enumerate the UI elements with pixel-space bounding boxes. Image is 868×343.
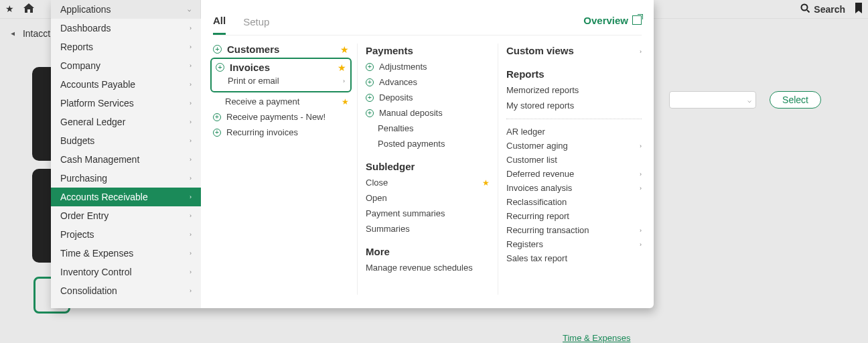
bookmark-icon[interactable] — [855, 3, 863, 15]
chevron-right-icon: › — [640, 241, 642, 248]
heading-reports: Reports — [506, 68, 642, 80]
heading-subledger: Subledger — [366, 161, 490, 172]
menu-reclassification[interactable]: Reclassification — [506, 195, 642, 209]
menu-deferred-revenue[interactable]: Deferred revenue› — [506, 167, 642, 181]
plus-circle-icon: + — [366, 63, 374, 71]
plus-circle-icon: + — [213, 113, 221, 121]
menu-penalties[interactable]: Penalties — [366, 121, 490, 136]
menu-recurring-transaction[interactable]: Recurring transaction› — [506, 223, 642, 237]
sidebar-item-purchasing[interactable]: Purchasing› — [51, 169, 201, 188]
plus-circle-icon: + — [213, 45, 222, 54]
star-icon: ★ — [340, 44, 349, 55]
menu-receive-a-payment[interactable]: Receive a payment ★ — [213, 94, 349, 109]
plus-circle-icon: + — [366, 78, 374, 86]
star-icon: ★ — [482, 178, 490, 188]
sidebar-item-order-entry[interactable]: Order Entry› — [51, 206, 201, 225]
sidebar-item-consolidation[interactable]: Consolidation› — [51, 281, 201, 300]
divider — [506, 119, 642, 119]
chevron-right-icon: › — [640, 185, 642, 192]
sidebar-item-general-ledger[interactable]: General Ledger› — [51, 113, 201, 131]
menu-advances[interactable]: +Advances — [366, 74, 490, 90]
chevron-right-icon: › — [640, 48, 642, 55]
sidebar-item-cash-management[interactable]: Cash Management› — [51, 150, 201, 169]
star-icon: ★ — [338, 62, 346, 73]
menu-registers[interactable]: Registers› — [506, 237, 642, 251]
chevron-right-icon: › — [640, 171, 642, 178]
menu-my-stored-reports[interactable]: My stored reports — [506, 98, 642, 113]
sidebar-item-accounts-receivable[interactable]: Accounts Receivable› — [51, 188, 201, 206]
sidebar-item-accounts-payable[interactable]: Accounts Payable› — [51, 75, 201, 94]
sidebar-item-reports[interactable]: Reports› — [51, 38, 201, 56]
sidebar-item-inventory-control[interactable]: Inventory Control› — [51, 263, 201, 281]
search-label: Search — [814, 4, 845, 15]
menu-recurring-invoices[interactable]: + Recurring invoices — [213, 125, 349, 140]
menu-recurring-report[interactable]: Recurring report — [506, 209, 642, 223]
applications-mega-menu: Dashboards› Reports› Company› Accounts P… — [51, 0, 654, 308]
sidebar-item-company[interactable]: Company› — [51, 56, 201, 75]
menu-print-or-email[interactable]: Print or email › — [214, 73, 348, 88]
overview-link[interactable]: Overview — [583, 15, 642, 31]
heading-payments: Payments — [366, 45, 490, 56]
dropdown[interactable]: ⌵ — [669, 91, 756, 109]
applications-menu-trigger[interactable]: Applications ⌵ — [51, 0, 201, 19]
menu-invoices-analysis[interactable]: Invoices analysis› — [506, 181, 642, 195]
chevron-down-icon[interactable]: ▲ — [9, 30, 16, 37]
menu-summaries[interactable]: Summaries — [366, 221, 490, 236]
star-icon[interactable]: ★ — [5, 3, 14, 15]
menu-invoices[interactable]: + Invoices ★ — [214, 62, 348, 73]
chevron-right-icon: › — [640, 227, 642, 234]
time-expenses-link[interactable]: Time & Expenses — [563, 333, 630, 343]
menu-sales-tax-report[interactable]: Sales tax report — [506, 251, 642, 265]
chevron-right-icon: › — [640, 143, 642, 149]
menu-customers[interactable]: + Customers ★ — [213, 44, 349, 55]
plus-circle-icon: + — [366, 94, 374, 102]
heading-more: More — [366, 246, 490, 257]
chevron-down-icon: ⌵ — [188, 6, 191, 13]
menu-customer-aging[interactable]: Customer aging› — [506, 139, 642, 153]
menu-open[interactable]: Open — [366, 190, 490, 206]
tab-setup[interactable]: Setup — [243, 12, 269, 34]
chevron-right-icon: › — [343, 78, 345, 84]
menu-memorized-reports[interactable]: Memorized reports — [506, 82, 642, 98]
star-icon: ★ — [342, 97, 349, 107]
menu-receive-payments-new[interactable]: + Receive payments - New! — [213, 109, 349, 125]
svg-line-1 — [807, 10, 810, 13]
sidebar-item-platform-services[interactable]: Platform Services› — [51, 94, 201, 113]
sidebar-item-budgets[interactable]: Budgets› — [51, 131, 201, 150]
plus-circle-icon: + — [216, 63, 224, 72]
search-icon — [800, 3, 810, 15]
tab-all[interactable]: All — [213, 11, 226, 35]
select-button[interactable]: Select — [770, 91, 821, 109]
search-button[interactable]: Search — [800, 3, 845, 15]
sidebar-item-time-expenses[interactable]: Time & Expenses› — [51, 244, 201, 263]
sidebar: Dashboards› Reports› Company› Accounts P… — [51, 0, 201, 308]
plus-circle-icon: + — [366, 109, 374, 117]
invoices-highlighted-group: + Invoices ★ Print or email › — [210, 58, 352, 92]
menu-custom-views[interactable]: Custom views › — [506, 44, 642, 59]
menu-manual-deposits[interactable]: +Manual deposits — [366, 105, 490, 121]
sidebar-item-projects[interactable]: Projects› — [51, 225, 201, 244]
breadcrumb: Intacct — [23, 28, 50, 39]
external-link-icon — [632, 15, 642, 25]
svg-point-0 — [802, 5, 808, 11]
menu-payment-summaries[interactable]: Payment summaries — [366, 206, 490, 221]
home-icon[interactable] — [23, 3, 34, 15]
menu-close[interactable]: Close★ — [366, 175, 490, 190]
sidebar-item-dashboards[interactable]: Dashboards› — [51, 19, 201, 38]
plus-circle-icon: + — [213, 129, 221, 137]
menu-posted-payments[interactable]: Posted payments — [366, 136, 490, 151]
menu-adjustments[interactable]: +Adjustments — [366, 59, 490, 74]
menu-customer-list[interactable]: Customer list — [506, 153, 642, 167]
menu-ar-ledger[interactable]: AR ledger — [506, 125, 642, 139]
menu-manage-revenue-schedules[interactable]: Manage revenue schedules — [366, 260, 490, 275]
menu-deposits[interactable]: +Deposits — [366, 90, 490, 105]
